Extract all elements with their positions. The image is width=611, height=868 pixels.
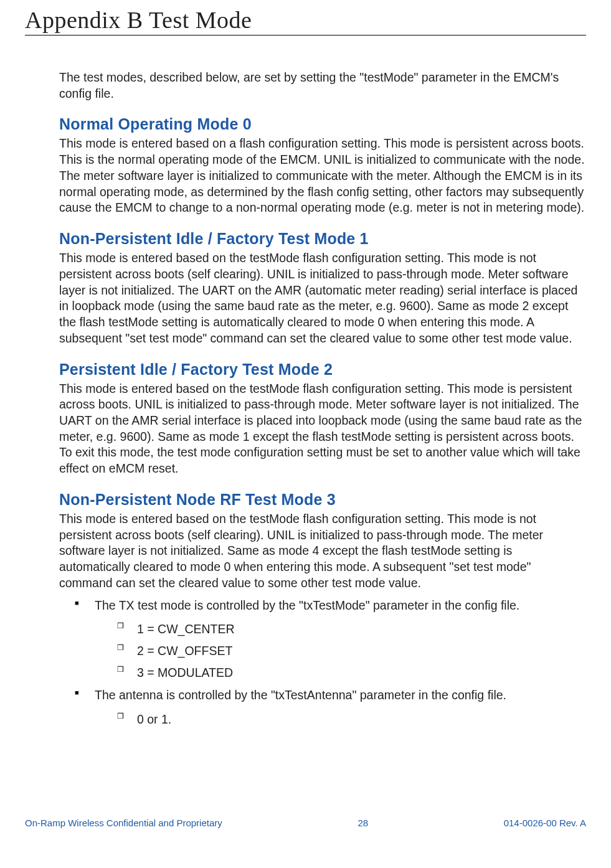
list-item-text: The TX test mode is controlled by the "t… xyxy=(95,598,519,612)
footer-right: 014-0026-00 Rev. A xyxy=(504,818,586,828)
list-item: 0 or 1. xyxy=(117,710,586,729)
sub-list: 0 or 1. xyxy=(117,710,586,729)
section-body-mode0: This mode is entered based on a flash co… xyxy=(59,136,586,216)
section-heading-mode2: Persistent Idle / Factory Test Mode 2 xyxy=(59,361,586,379)
appendix-main: Test Mode xyxy=(149,7,252,33)
appendix-prefix: Appendix B xyxy=(25,7,143,33)
section-heading-mode1: Non-Persistent Idle / Factory Test Mode … xyxy=(59,230,586,248)
list-item: 3 = MODULATED xyxy=(117,663,586,682)
section-body-mode1: This mode is entered based on the testMo… xyxy=(59,250,586,346)
sub-list: 1 = CW_CENTER 2 = CW_OFFSET 3 = MODULATE… xyxy=(117,620,586,683)
section-body-mode2: This mode is entered based on the testMo… xyxy=(59,381,586,477)
list-item: The antenna is controlled by the "txTest… xyxy=(75,686,586,729)
page-footer: On-Ramp Wireless Confidential and Propri… xyxy=(0,818,611,828)
section-heading-mode3: Non-Persistent Node RF Test Mode 3 xyxy=(59,491,586,509)
bullet-list: The TX test mode is controlled by the "t… xyxy=(75,597,586,729)
section-body-mode3: This mode is entered based on the testMo… xyxy=(59,511,586,592)
list-item: 1 = CW_CENTER xyxy=(117,620,586,639)
list-item-text: The antenna is controlled by the "txTest… xyxy=(95,688,506,702)
list-item: 2 = CW_OFFSET xyxy=(117,641,586,661)
list-item: The TX test mode is controlled by the "t… xyxy=(75,597,586,683)
section-heading-mode0: Normal Operating Mode 0 xyxy=(59,115,586,133)
intro-paragraph: The test modes, described below, are set… xyxy=(59,70,586,101)
footer-page-number: 28 xyxy=(358,818,368,828)
appendix-title: Appendix B Test Mode xyxy=(25,6,586,35)
footer-left: On-Ramp Wireless Confidential and Propri… xyxy=(25,818,222,828)
